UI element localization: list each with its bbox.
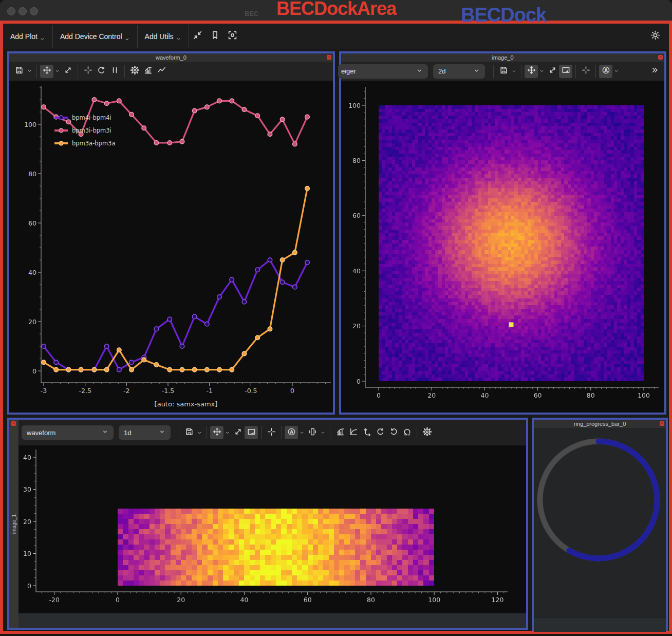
save-options[interactable] bbox=[26, 65, 33, 78]
theme-toggle-button[interactable] bbox=[647, 29, 663, 44]
auto-scale-button[interactable] bbox=[546, 65, 559, 78]
dim-select-dropdown[interactable]: 1d bbox=[119, 425, 171, 440]
auto-range-icon: A bbox=[602, 66, 610, 77]
add-device-control-menu[interactable]: Add Device Control bbox=[53, 24, 137, 49]
settings-icon bbox=[130, 66, 139, 77]
curves-button[interactable] bbox=[155, 65, 168, 78]
close-icon[interactable]: × bbox=[660, 421, 664, 426]
zoom-window-button[interactable] bbox=[30, 7, 38, 15]
chevron-down-icon bbox=[176, 35, 181, 44]
save-button[interactable] bbox=[497, 65, 510, 78]
toolbar-divider bbox=[189, 25, 189, 48]
svg-text:40: 40 bbox=[352, 267, 361, 275]
dock-titlebar[interactable]: waveform_0 × bbox=[9, 53, 333, 62]
dock-status-bar bbox=[534, 617, 666, 632]
crosshair-icon bbox=[84, 66, 92, 77]
svg-text:30: 30 bbox=[23, 485, 31, 493]
settings-button[interactable] bbox=[420, 426, 434, 439]
add-plot-label: Add Plot bbox=[10, 32, 38, 41]
svg-text:bpm3i-bpm3i: bpm3i-bpm3i bbox=[72, 127, 111, 134]
auto-frame-button[interactable] bbox=[559, 65, 572, 78]
dock-titlebar-vertical[interactable]: × image_1 bbox=[9, 420, 18, 628]
becdock-annotation: BECDock bbox=[461, 4, 546, 26]
reset-view-button[interactable] bbox=[95, 65, 108, 78]
fft-button[interactable] bbox=[333, 426, 347, 439]
toolbar-separator bbox=[575, 65, 576, 78]
dim-select-dropdown[interactable]: 2d bbox=[433, 64, 485, 79]
auto-range-options[interactable] bbox=[612, 65, 620, 78]
image-marker[interactable] bbox=[509, 322, 514, 327]
close-icon[interactable]: × bbox=[11, 421, 16, 426]
waveform-chart-svg[interactable]: 020406080100-3-2.5-2-1.5-1-0.50[auto: sa… bbox=[9, 81, 333, 413]
close-window-button[interactable] bbox=[7, 7, 15, 15]
pan-mode-button[interactable] bbox=[210, 426, 223, 439]
pan-mode-button[interactable] bbox=[40, 65, 53, 78]
toolbar-separator bbox=[493, 65, 494, 78]
waveform-plot[interactable]: 020406080100-3-2.5-2-1.5-1-0.50[auto: sa… bbox=[9, 81, 333, 413]
save-options[interactable] bbox=[196, 426, 203, 439]
chevron-down-icon bbox=[124, 35, 130, 44]
transpose-button[interactable] bbox=[360, 426, 374, 439]
svg-text:0: 0 bbox=[32, 367, 36, 375]
pan-mode-options[interactable] bbox=[53, 65, 61, 78]
device-select-button[interactable] bbox=[306, 426, 319, 439]
auto-range-button[interactable]: A bbox=[285, 426, 298, 439]
device-icon bbox=[308, 427, 317, 438]
minimize-window-button[interactable] bbox=[18, 7, 27, 15]
collapse-docks-button[interactable] bbox=[190, 29, 206, 44]
rotate-right-button[interactable] bbox=[374, 426, 387, 439]
pan-mode-options[interactable] bbox=[538, 65, 546, 78]
legend-item-bpm3i-bpm3i[interactable]: bpm3i-bpm3i bbox=[54, 127, 111, 134]
close-icon[interactable]: × bbox=[327, 55, 331, 60]
crosshair-button[interactable] bbox=[81, 65, 95, 78]
screenshot-icon bbox=[228, 30, 237, 42]
svg-text:0: 0 bbox=[357, 378, 361, 385]
auto-range-button[interactable]: A bbox=[599, 65, 612, 78]
legend[interactable]: bpm4i-bpm4ibpm3i-bpm3ibpm3a-bpm3a bbox=[54, 114, 115, 147]
dock-titlebar[interactable]: image_0 × bbox=[341, 53, 664, 62]
pan-mode-button[interactable] bbox=[525, 65, 538, 78]
device-select-options[interactable] bbox=[319, 426, 327, 439]
monitor-select-dropdown[interactable]: waveform bbox=[22, 425, 114, 440]
roi-select-button[interactable] bbox=[108, 65, 121, 78]
svg-text:100: 100 bbox=[428, 596, 440, 604]
auto-scale-button[interactable] bbox=[231, 426, 245, 439]
strip-image-plot[interactable]: 010203040-20020406080100120 bbox=[18, 445, 526, 613]
toolbar-separator bbox=[261, 426, 262, 439]
svg-text:80: 80 bbox=[367, 596, 375, 604]
toolbar-overflow-button[interactable] bbox=[648, 65, 661, 78]
save-options[interactable] bbox=[510, 65, 518, 78]
settings-button[interactable] bbox=[128, 65, 141, 78]
screenshot-button[interactable] bbox=[225, 29, 240, 44]
dim-select-value: 2d bbox=[438, 67, 460, 75]
rotate-left-button[interactable] bbox=[387, 426, 400, 439]
auto-frame-button[interactable] bbox=[245, 426, 258, 439]
close-icon[interactable]: × bbox=[658, 55, 663, 60]
dock-titlebar[interactable]: ring_progress_bar_0 × bbox=[534, 420, 666, 428]
add-utils-menu[interactable]: Add Utils bbox=[138, 24, 189, 49]
fft-button[interactable] bbox=[141, 65, 155, 78]
crosshair-button[interactable] bbox=[579, 65, 592, 78]
reset-rotation-button[interactable] bbox=[400, 426, 414, 439]
toolbar-separator bbox=[330, 426, 330, 439]
toolbar-separator bbox=[595, 65, 596, 78]
svg-text:60: 60 bbox=[28, 219, 36, 227]
pan-mode-options[interactable] bbox=[223, 426, 231, 439]
save-layout-button[interactable] bbox=[208, 29, 223, 44]
auto-scale-button[interactable] bbox=[61, 65, 74, 78]
toolbar-separator bbox=[417, 426, 417, 439]
waveform-1d-toolbar: waveform1dA bbox=[18, 420, 526, 445]
image-plot[interactable]: 020406080100020406080100 bbox=[341, 81, 664, 413]
pan-icon bbox=[527, 66, 536, 77]
legend-item-bpm3a-bpm3a[interactable]: bpm3a-bpm3a bbox=[54, 140, 115, 147]
image-1-axes-svg[interactable]: 010203040-20020406080100120 bbox=[18, 445, 526, 612]
monitor-select-dropdown[interactable]: eiger bbox=[338, 64, 428, 79]
save-button[interactable] bbox=[12, 65, 26, 78]
crosshair-button[interactable] bbox=[265, 426, 278, 439]
curve-fit-button[interactable] bbox=[347, 426, 360, 439]
image-0-axes-svg[interactable]: 020406080100020406080100 bbox=[341, 81, 664, 413]
add-plot-menu[interactable]: Add Plot bbox=[3, 24, 52, 49]
chevron-down-icon bbox=[416, 67, 423, 76]
save-button[interactable] bbox=[182, 426, 196, 439]
auto-range-options[interactable] bbox=[298, 426, 306, 439]
